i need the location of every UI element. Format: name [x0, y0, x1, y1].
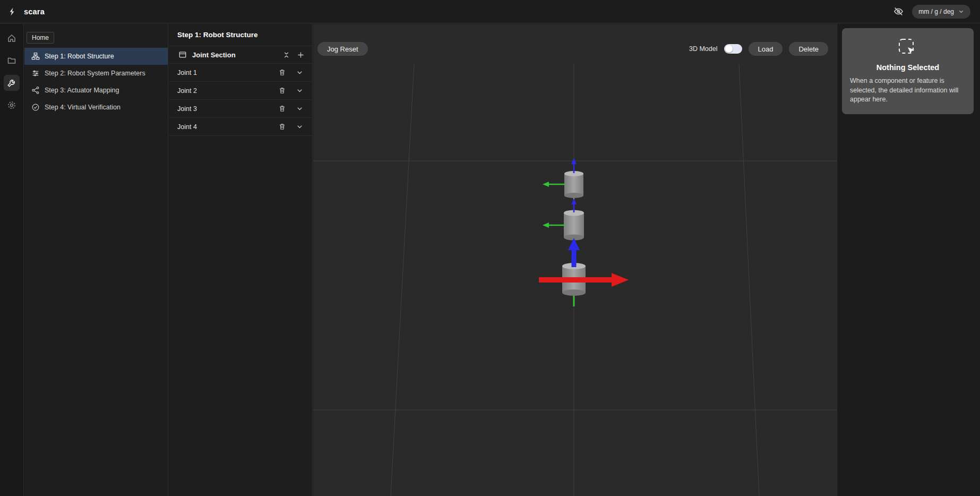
delete-joint-trash-icon[interactable]: [277, 122, 287, 132]
app-logo-icon: [0, 7, 24, 16]
joint-row-2[interactable]: Joint 2: [169, 82, 312, 100]
joint-section-title: Joint Section: [192, 51, 236, 59]
panel-title: Step 1: Robot Structure: [169, 24, 312, 46]
load-model-button[interactable]: Load: [749, 42, 783, 56]
sidebar-item-label: Step 3: Actuator Mapping: [45, 87, 119, 94]
home-icon[interactable]: [4, 30, 20, 46]
icon-rail: [0, 24, 24, 496]
home-tooltip: Home: [27, 32, 54, 44]
topbar-right: mm / g / deg: [892, 5, 980, 19]
delete-joint-trash-icon[interactable]: [277, 67, 287, 78]
sidebar-item-step4[interactable]: Step 4: Virtual Verification: [24, 99, 168, 116]
inspector-panel: Nothing Selected When a component or fea…: [838, 24, 980, 496]
joint-label: Joint 1: [177, 69, 197, 76]
parameters-list-icon: [31, 69, 40, 78]
top-joint-cylinder: [564, 171, 583, 198]
3d-model-toggle[interactable]: [724, 44, 742, 54]
viewport-toolbar-right: 3D Model Load Delete: [689, 42, 828, 56]
app-window: scara mm / g / deg: [0, 0, 980, 496]
jog-reset-button[interactable]: Jog Reset: [317, 42, 368, 56]
structure-hierarchy-icon: [31, 52, 40, 61]
middle-joint-cylinder: [564, 210, 584, 241]
app-title: scara: [24, 7, 45, 16]
sidebar-item-step3[interactable]: Step 3: Actuator Mapping: [24, 82, 168, 99]
sidebar-item-step2[interactable]: Step 2: Robot System Parameters: [24, 65, 168, 82]
joint-row-1[interactable]: Joint 1: [169, 64, 312, 82]
viewport-canvas[interactable]: [313, 24, 837, 496]
joint-row-3[interactable]: Joint 3: [169, 100, 312, 118]
joint-section-header: Joint Section: [169, 46, 312, 64]
delete-joint-trash-icon[interactable]: [277, 104, 287, 114]
inspector-title: Nothing Selected: [850, 63, 966, 72]
topbar: scara mm / g / deg: [0, 0, 980, 23]
expand-joint-chevron-icon[interactable]: [295, 67, 305, 78]
verify-check-icon: [31, 103, 40, 112]
visibility-off-icon[interactable]: [892, 5, 905, 18]
sidebar-item-label: Step 4: Virtual Verification: [45, 104, 121, 111]
joint-label: Joint 3: [177, 105, 197, 113]
expand-joint-chevron-icon[interactable]: [295, 122, 305, 132]
toggle-knob: [725, 45, 733, 53]
collapse-all-icon[interactable]: [281, 50, 291, 60]
expand-joint-chevron-icon[interactable]: [295, 104, 305, 114]
chevron-down-icon: [958, 8, 964, 14]
sidebar-item-label: Step 2: Robot System Parameters: [45, 70, 145, 77]
mapping-network-icon: [31, 86, 40, 95]
joint-label: Joint 2: [177, 87, 197, 95]
step-nav: Step 1: Robot Structure Step 2: Robot Sy…: [24, 48, 168, 116]
delete-joint-trash-icon[interactable]: [277, 85, 287, 96]
add-joint-button[interactable]: [296, 50, 306, 60]
section-window-icon: [177, 49, 188, 60]
units-dropdown[interactable]: mm / g / deg: [912, 5, 970, 19]
inspector-description: When a component or feature is selected,…: [850, 76, 966, 105]
sidebar-item-step1[interactable]: Step 1: Robot Structure: [24, 48, 168, 65]
viewport-toolbar: Jog Reset 3D Model Load Delete: [317, 42, 828, 56]
structure-panel: Step 1: Robot Structure Joint Section Jo…: [169, 24, 313, 496]
configure-wrench-icon[interactable]: [4, 75, 20, 91]
sidebar-item-label: Step 1: Robot Structure: [45, 53, 114, 60]
3d-model-toggle-label: 3D Model: [689, 45, 718, 53]
joint-label: Joint 4: [177, 123, 197, 131]
delete-model-button[interactable]: Delete: [789, 42, 828, 56]
joint-row-4[interactable]: Joint 4: [169, 118, 312, 136]
projects-folder-icon[interactable]: [4, 53, 20, 69]
selection-cursor-icon: [850, 37, 966, 59]
robot-model: [539, 158, 629, 306]
sidebar: Home Step 1: Robot Structure Step 2: Rob…: [24, 24, 168, 496]
expand-joint-chevron-icon[interactable]: [295, 85, 305, 96]
nothing-selected-card: Nothing Selected When a component or fea…: [842, 28, 974, 114]
units-value: mm / g / deg: [918, 8, 954, 15]
settings-gear-icon[interactable]: [4, 97, 20, 113]
3d-viewport[interactable]: Jog Reset 3D Model Load Delete: [313, 24, 837, 496]
